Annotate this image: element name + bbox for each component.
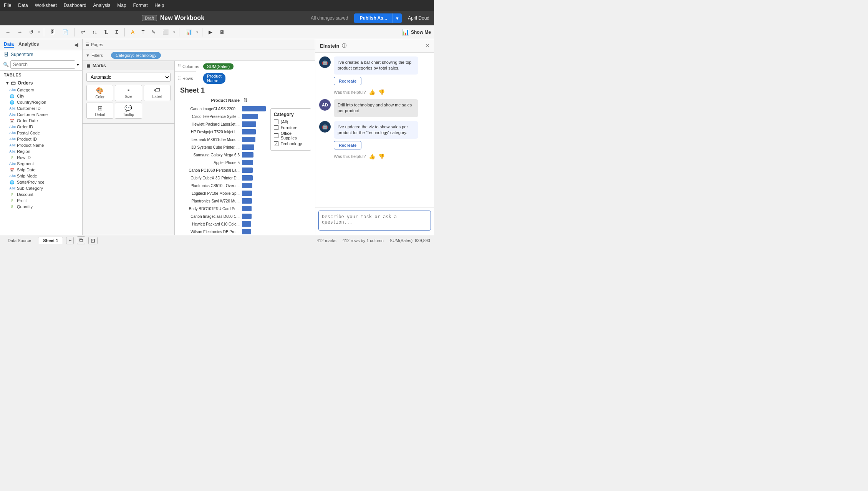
forward-button[interactable]: →: [15, 28, 25, 36]
legend-checkbox[interactable]: ✓: [274, 141, 278, 146]
sort-desc-button[interactable]: ⇅: [102, 28, 111, 36]
legend-checkbox[interactable]: [274, 119, 278, 124]
thumbs-up-2[interactable]: 👍: [369, 153, 375, 159]
add-datasource-button[interactable]: 📄: [60, 28, 71, 36]
chart-type-button[interactable]: 📊: [183, 28, 194, 36]
legend-item[interactable]: ✓ Technology: [274, 141, 308, 146]
legend-item[interactable]: Office Supplies: [274, 131, 308, 140]
bar-row[interactable]: Cisco TelePresence Syste...: [179, 113, 267, 120]
tooltip-button[interactable]: ⬜: [160, 28, 171, 36]
show-me-button[interactable]: 📊 Show Me: [402, 28, 431, 36]
legend-item[interactable]: (All): [274, 119, 308, 124]
bar-row[interactable]: Hewlett Packard 610 Colo...: [179, 221, 267, 227]
bar-row[interactable]: Wilson Electronics DB Pro ...: [179, 228, 267, 235]
menu-dashboard[interactable]: Dashboard: [64, 3, 86, 8]
bar-row[interactable]: HP Designjet T520 Inkjet L...: [179, 128, 267, 135]
field-row-id[interactable]: #Row ID: [0, 154, 82, 161]
field-discount[interactable]: #Discount: [0, 191, 82, 197]
size-button[interactable]: ▪ Size: [115, 85, 142, 101]
field-quantity[interactable]: #Quantity: [0, 204, 82, 210]
bar-row[interactable]: 3D Systems Cube Printer, ...: [179, 144, 267, 151]
field-product-id[interactable]: AbcProduct ID: [0, 136, 82, 142]
bar-row[interactable]: Logitech P710e Mobile Sp...: [179, 190, 267, 197]
legend-checkbox[interactable]: [274, 133, 278, 138]
search-filter-button[interactable]: ▾: [77, 62, 79, 67]
bar-row[interactable]: Canon PC1060 Personal La...: [179, 167, 267, 174]
rows-pill[interactable]: Product Name: [203, 73, 225, 84]
recreate-button-2[interactable]: Recreate: [334, 141, 361, 149]
columns-pill[interactable]: SUM(Sales): [203, 63, 234, 70]
sort-icon[interactable]: ⇅: [244, 98, 247, 103]
thumbs-down-2[interactable]: 👎: [378, 153, 385, 159]
thumbs-up-1[interactable]: 👍: [369, 89, 375, 95]
menu-format[interactable]: Format: [133, 3, 148, 8]
data-source-tab[interactable]: Data Source: [4, 237, 35, 244]
field-country[interactable]: 🌐Country/Region: [0, 99, 82, 105]
new-datasource-button[interactable]: 🗄: [48, 28, 58, 36]
field-order-date[interactable]: 📅Order Date: [0, 118, 82, 124]
bar-row[interactable]: Plantronics Savi W720 Mu...: [179, 197, 267, 204]
swap-button[interactable]: ⇄: [79, 28, 88, 36]
einstein-info-icon[interactable]: ⓘ: [342, 43, 346, 49]
field-segment[interactable]: AbcSegment: [0, 161, 82, 167]
bar-row[interactable]: Cubify CubeX 3D Printer D...: [179, 174, 267, 181]
color-button[interactable]: 🎨 Color: [86, 85, 113, 101]
add-sheet-button[interactable]: +: [66, 237, 74, 244]
chat-input[interactable]: [318, 211, 431, 231]
field-customer-id[interactable]: AbcCustomer ID: [0, 105, 82, 111]
thumbs-down-1[interactable]: 👎: [378, 89, 385, 95]
orders-table[interactable]: ▾ 🗃 Orders: [0, 79, 82, 87]
menu-analysis[interactable]: Analysis: [93, 3, 111, 8]
redo-button[interactable]: ↺: [27, 28, 36, 36]
legend-checkbox[interactable]: [274, 125, 278, 130]
tooltip-button[interactable]: 💬 Tooltip: [115, 103, 142, 119]
analytics-tab[interactable]: Analytics: [18, 41, 39, 48]
close-einstein-button[interactable]: ×: [426, 42, 429, 49]
bar-row[interactable]: Lexmark MX611dhe Mono...: [179, 136, 267, 143]
present-button[interactable]: ▶: [206, 28, 215, 36]
field-profit[interactable]: #Profit: [0, 197, 82, 204]
collapse-panel-button[interactable]: ◀: [74, 41, 78, 48]
field-ship-mode[interactable]: AbcShip Mode: [0, 173, 82, 179]
add-dashboard-button[interactable]: ⊡: [88, 237, 98, 244]
bar-row[interactable]: Hewlett Packard LaserJet ...: [179, 121, 267, 128]
duplicate-sheet-button[interactable]: ⧉: [77, 236, 85, 244]
aggregate-button[interactable]: Σ: [113, 28, 121, 36]
annotation-button[interactable]: ✎: [149, 28, 158, 36]
bar-row[interactable]: Samsung Galaxy Mega 6.3: [179, 151, 267, 158]
menu-data[interactable]: Data: [18, 3, 28, 8]
field-sub-category[interactable]: AbcSub-Category: [0, 185, 82, 191]
highlight-button[interactable]: A: [129, 28, 137, 36]
field-ship-date[interactable]: 📅Ship Date: [0, 167, 82, 173]
data-source-name[interactable]: 🗄 Superstore: [0, 50, 82, 59]
label-button[interactable]: T: [139, 28, 147, 36]
bar-row[interactable]: Bady BDG101FRU Card Pri...: [179, 205, 267, 212]
marks-type-dropdown[interactable]: Automatic: [86, 73, 171, 82]
search-input[interactable]: [10, 60, 75, 69]
data-tab[interactable]: Data: [4, 41, 14, 48]
sort-asc-button[interactable]: ↑↓: [90, 28, 99, 36]
menu-worksheet[interactable]: Worksheet: [35, 3, 57, 8]
user-menu[interactable]: April Doud: [408, 15, 429, 21]
device-preview-button[interactable]: 🖥: [217, 28, 227, 36]
field-region[interactable]: AbcRegion: [0, 148, 82, 154]
back-button[interactable]: ←: [3, 28, 13, 36]
bar-row[interactable]: Plantronics CS510 - Over-t...: [179, 182, 267, 189]
field-city[interactable]: 🌐City: [0, 93, 82, 99]
sheet-1-tab[interactable]: Sheet 1: [38, 237, 63, 244]
bar-row[interactable]: Canon Imageclass D680 C...: [179, 213, 267, 220]
filter-pill[interactable]: Category: Technology: [111, 52, 161, 59]
menu-map[interactable]: Map: [117, 3, 126, 8]
menu-file[interactable]: File: [4, 3, 11, 8]
menu-help[interactable]: Help: [155, 3, 164, 8]
bar-row[interactable]: Canon imageCLASS 2200 ...: [179, 105, 267, 112]
legend-item[interactable]: Furniture: [274, 125, 308, 130]
bar-row[interactable]: Apple iPhone 5: [179, 159, 267, 166]
publish-button[interactable]: Publish As...: [354, 13, 393, 23]
recreate-button-1[interactable]: Recreate: [334, 77, 361, 85]
publish-dropdown-arrow[interactable]: ▾: [393, 13, 402, 23]
field-postal-code[interactable]: AbcPostal Code: [0, 130, 82, 136]
detail-button[interactable]: ⊞ Detail: [86, 103, 113, 119]
marks-section-header[interactable]: ◼ Marks: [83, 61, 174, 70]
field-product-name[interactable]: AbcProduct Name: [0, 142, 82, 148]
